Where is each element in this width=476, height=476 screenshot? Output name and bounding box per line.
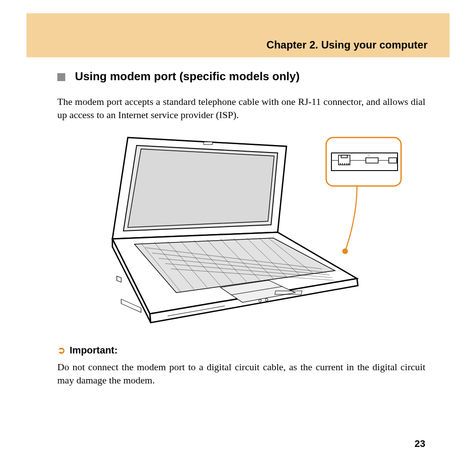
arrow-bullet-icon: ➲ [57,345,65,356]
important-heading: ➲ Important: [57,345,118,356]
callout-leader-icon [342,182,357,254]
laptop-modem-port-figure: lenovo [75,129,405,331]
svg-rect-36 [389,158,397,163]
svg-rect-29 [341,155,347,158]
svg-rect-0 [204,142,212,145]
laptop-lid-icon: lenovo [112,138,286,239]
laptop-base-icon [112,232,358,323]
svg-rect-20 [121,299,141,312]
section-title: Using modem port (specific models only) [75,70,300,83]
important-label: Important: [70,345,118,356]
section-body-text: The modem port accepts a standard teleph… [57,95,425,121]
svg-rect-19 [117,276,121,283]
modem-port-callout-icon: ⎓ [326,138,401,186]
chapter-title: Chapter 2. Using your computer [267,39,428,51]
square-bullet-icon [57,73,65,81]
important-body-text: Do not connect the modem port to a digit… [57,361,425,387]
svg-rect-35 [366,158,378,163]
page-number: 23 [415,438,425,450]
section-heading: Using modem port (specific models only) [57,70,300,83]
